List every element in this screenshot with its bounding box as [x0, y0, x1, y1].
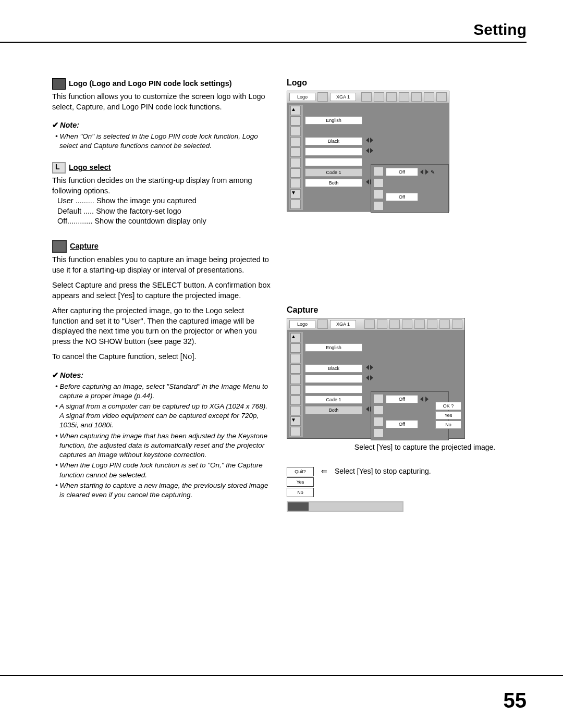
confirm-box: OK ? Yes No — [435, 402, 461, 429]
osd-mode-label: XGA 1 — [330, 320, 356, 328]
side-icon[interactable] — [290, 396, 301, 405]
menu-item[interactable]: English — [305, 343, 362, 352]
capture-p2: Select Capture and press the SELECT butt… — [52, 280, 271, 301]
note1-body: • When "On" is selected in the Logo PIN … — [52, 132, 271, 151]
tab-icon[interactable] — [386, 92, 397, 102]
side-icon[interactable] — [290, 147, 301, 157]
right-column: Logo Logo XGA 1 ▲ — [287, 78, 506, 512]
tab-icon[interactable] — [364, 319, 375, 329]
side-icon[interactable] — [290, 385, 301, 394]
tab-icon[interactable] — [452, 319, 462, 329]
side-icon[interactable] — [290, 406, 301, 415]
sub-icon-cam — [373, 178, 384, 188]
confirm-ok: OK ? — [435, 402, 461, 410]
side-icon[interactable] — [290, 116, 301, 126]
menu-item[interactable]: English — [305, 116, 362, 125]
sub-off2[interactable]: Off — [386, 193, 418, 201]
side-icon[interactable] — [290, 179, 301, 188]
pencil-icon: ✎ — [431, 169, 435, 175]
menu-item[interactable] — [305, 375, 362, 383]
caption-capture: Select [Yes] to capture the projected im… — [344, 443, 506, 451]
arrow-down-icon[interactable]: ▼ — [290, 189, 301, 199]
osd-top-icon — [317, 319, 328, 329]
tab-icon[interactable] — [402, 319, 412, 329]
menu-item-selected[interactable]: Both — [305, 406, 362, 414]
osd-mode-label: XGA 1 — [330, 93, 356, 101]
logo-select-heading: Logo select — [52, 162, 271, 174]
osd-top-label: Logo — [289, 93, 315, 101]
tab-icon[interactable] — [411, 92, 422, 102]
side-icon[interactable] — [290, 343, 301, 353]
notes-label: ✔Notes: — [52, 371, 271, 381]
progress-bar — [287, 501, 403, 512]
osd-submenu: Off✎ Off — [371, 164, 449, 213]
osd-sidebar: ▲ ▼ — [289, 332, 303, 437]
menu-item[interactable]: Both — [305, 179, 362, 187]
side-icon[interactable] — [290, 158, 301, 167]
menu-item[interactable]: Black — [305, 137, 362, 145]
osd-menu: English Black Code 1 Both — [303, 105, 364, 210]
footer-rule — [0, 675, 563, 676]
sub-icon-back[interactable] — [373, 201, 384, 211]
tab-icon[interactable] — [399, 92, 409, 102]
logo-section-title-text: Logo (Logo and Logo PIN code lock settin… — [69, 79, 232, 89]
notes-4: • When starting to capture a new image, … — [52, 481, 271, 500]
osd-logo: Logo XGA 1 ▲ — [287, 91, 449, 212]
quit-yes[interactable]: Yes — [287, 477, 314, 487]
arrow-up-icon[interactable]: ▲ — [290, 333, 301, 342]
sub-off2[interactable]: Off — [386, 420, 418, 428]
menu-item[interactable] — [305, 158, 362, 166]
capture-p4: To cancel the Capture function, select [… — [52, 352, 271, 362]
tab-icon[interactable] — [389, 319, 400, 329]
side-icon[interactable] — [290, 375, 301, 384]
side-icon[interactable] — [290, 200, 301, 209]
notes-0: • Before capturing an image, select "Sta… — [52, 382, 271, 401]
logo-icon — [52, 78, 66, 90]
opt-user: User ......... Show the image you captur… — [52, 196, 271, 206]
confirm-yes[interactable]: Yes — [435, 411, 461, 419]
tab-icon[interactable] — [424, 92, 434, 102]
osd-menu: English Black Code 1 Both — [303, 332, 364, 437]
side-icon[interactable] — [290, 427, 301, 436]
caption-stop: Select [Yes] to stop capturing. — [335, 467, 431, 475]
osd-top-label: Logo — [289, 320, 315, 328]
confirm-no[interactable]: No — [435, 421, 461, 429]
opt-off: Off............ Show the countdown displ… — [52, 216, 271, 227]
arrow-left-icon: ⇐ — [321, 467, 327, 475]
tab-icon[interactable] — [439, 319, 450, 329]
tab-icon[interactable] — [377, 319, 387, 329]
tab-icon[interactable] — [414, 319, 425, 329]
osd-top-bar: Logo XGA 1 — [287, 318, 464, 330]
menu-item-selected[interactable]: Code 1 — [305, 168, 362, 177]
notes-3: • When the Logo PIN code lock function i… — [52, 461, 271, 479]
capture-p1: This function enables you to capture an … — [52, 255, 271, 275]
page-title: Setting — [473, 21, 527, 38]
sub-icon-back[interactable] — [373, 428, 384, 438]
menu-item[interactable]: Code 1 — [305, 396, 362, 404]
sub-icon-cam — [373, 405, 384, 415]
sub-icon-L — [373, 394, 384, 403]
side-icon[interactable] — [290, 364, 301, 374]
tab-icon[interactable] — [427, 319, 437, 329]
tab-icon[interactable] — [361, 92, 372, 102]
header-rule — [0, 42, 527, 43]
osd-sidebar: ▲ ▼ — [289, 105, 303, 210]
side-icon[interactable] — [290, 354, 301, 363]
opt-default: Default ..... Show the factory-set logo — [52, 206, 271, 217]
tab-icon[interactable] — [374, 92, 384, 102]
menu-item[interactable] — [305, 385, 362, 393]
arrow-down-icon[interactable]: ▼ — [290, 416, 301, 426]
page-number: 55 — [504, 689, 527, 712]
side-icon[interactable] — [290, 168, 301, 178]
menu-item[interactable] — [305, 147, 362, 156]
quit-no[interactable]: No — [287, 488, 314, 497]
side-icon[interactable] — [290, 127, 301, 136]
sub-off1[interactable]: Off — [386, 168, 418, 176]
arrow-up-icon[interactable]: ▲ — [290, 106, 301, 115]
side-icon[interactable] — [290, 137, 301, 146]
sub-off1[interactable]: Off — [386, 395, 418, 403]
logo-select-icon — [52, 162, 66, 174]
osd-top-icon — [317, 92, 328, 102]
tab-icon[interactable] — [436, 92, 447, 102]
menu-item[interactable]: Black — [305, 364, 362, 373]
